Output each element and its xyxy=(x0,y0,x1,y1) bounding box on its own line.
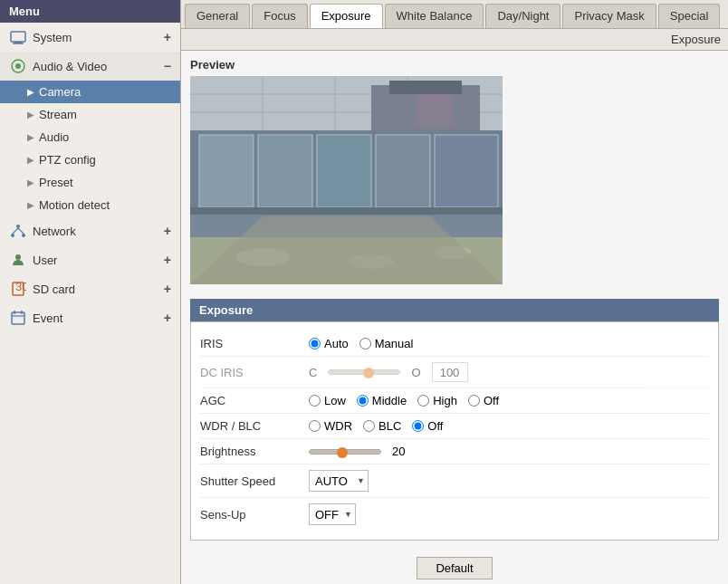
tab-privacy-mask[interactable]: Privacy Mask xyxy=(562,4,656,28)
svg-point-6 xyxy=(11,234,14,237)
brightness-track xyxy=(310,450,380,454)
tab-exposure[interactable]: Exposure xyxy=(310,4,383,28)
preview-label: Preview xyxy=(190,58,719,72)
agc-middle-option[interactable]: Middle xyxy=(357,394,407,407)
tab-general[interactable]: General xyxy=(185,4,250,28)
wdr-blc-controls: WDR BLC Off xyxy=(309,419,709,433)
agc-off-option[interactable]: Off xyxy=(468,394,499,407)
sens-up-select[interactable]: OFF 2X 4X 8X 16X xyxy=(309,503,356,525)
event-expand-icon: + xyxy=(164,311,171,325)
camera-arrow-icon: ▶ xyxy=(27,87,34,97)
sidebar-subitem-preset[interactable]: ▶ Preset xyxy=(0,171,180,194)
wdr-option[interactable]: WDR xyxy=(309,419,352,433)
dc-iris-controls: C O xyxy=(309,362,709,382)
system-expand-icon: + xyxy=(164,30,171,44)
agc-high-label: High xyxy=(433,394,457,407)
sidebar-item-av[interactable]: Audio & Video − xyxy=(0,52,180,81)
svg-rect-25 xyxy=(389,81,462,94)
sens-up-controls: OFF 2X 4X 8X 16X xyxy=(309,503,709,525)
blc-option[interactable]: BLC xyxy=(363,419,401,433)
tab-focus[interactable]: Focus xyxy=(252,4,307,28)
motion-arrow-icon: ▶ xyxy=(27,200,34,210)
iris-auto-option[interactable]: Auto xyxy=(309,337,349,350)
dc-iris-value[interactable] xyxy=(432,362,468,382)
sidebar-item-system[interactable]: System + xyxy=(0,23,180,52)
agc-label: AGC xyxy=(200,394,309,407)
sdcard-icon: 30 xyxy=(9,280,27,298)
wdr-radio[interactable] xyxy=(309,420,321,432)
tab-day-night[interactable]: Day/Night xyxy=(485,4,560,28)
sidebar-item-event-label: Event xyxy=(33,311,62,325)
sidebar-subitem-audio-label: Audio xyxy=(39,130,69,144)
button-row: Default xyxy=(181,548,728,584)
sidebar-subitem-camera[interactable]: ▶ Camera xyxy=(0,81,180,103)
sidebar-item-sdcard[interactable]: 30 SD card + xyxy=(0,274,180,303)
sidebar-subitem-stream[interactable]: ▶ Stream xyxy=(0,103,180,126)
stream-arrow-icon: ▶ xyxy=(27,110,34,120)
sidebar-item-network-label: Network xyxy=(33,225,76,238)
svg-text:30: 30 xyxy=(15,281,26,293)
tab-white-balance[interactable]: White Balance xyxy=(385,4,484,28)
shutter-speed-select-wrapper: AUTO 1/50 1/100 1/250 1/500 1/1000 xyxy=(309,470,369,492)
sidebar-header: Menu xyxy=(0,0,180,23)
iris-manual-option[interactable]: Manual xyxy=(359,337,414,350)
dc-iris-slider[interactable] xyxy=(328,369,400,375)
agc-low-label: Low xyxy=(324,394,346,407)
tab-special[interactable]: Special xyxy=(658,4,721,28)
brightness-thumb xyxy=(337,447,348,458)
shutter-speed-select[interactable]: AUTO 1/50 1/100 1/250 1/500 1/1000 xyxy=(309,470,369,492)
sidebar-subitem-motion[interactable]: ▶ Motion detect xyxy=(0,194,180,216)
brightness-controls: 20 xyxy=(309,445,709,458)
ptz-arrow-icon: ▶ xyxy=(27,155,34,165)
iris-controls: Auto Manual xyxy=(309,337,709,350)
iris-manual-radio[interactable] xyxy=(359,338,371,349)
agc-off-label: Off xyxy=(484,394,499,407)
sidebar-item-user-label: User xyxy=(33,254,57,267)
agc-low-radio[interactable] xyxy=(309,395,321,407)
dc-iris-slider-container xyxy=(328,369,400,375)
shutter-speed-controls: AUTO 1/50 1/100 1/250 1/500 1/1000 xyxy=(309,470,709,492)
agc-middle-radio[interactable] xyxy=(357,395,369,407)
agc-off-radio[interactable] xyxy=(468,395,480,407)
tab-bar: General Focus Exposure White Balance Day… xyxy=(181,0,728,29)
agc-high-radio[interactable] xyxy=(417,395,429,407)
wdr-blc-label: WDR / BLC xyxy=(200,419,309,433)
svg-point-7 xyxy=(22,234,25,237)
svg-rect-0 xyxy=(11,32,25,42)
svg-rect-28 xyxy=(199,135,254,207)
dc-iris-label: DC IRIS xyxy=(200,366,309,379)
wdr-off-label: Off xyxy=(427,419,443,433)
shutter-speed-row: Shutter Speed AUTO 1/50 1/100 1/250 1/50… xyxy=(200,464,709,498)
camera-preview xyxy=(190,76,503,284)
sidebar-subitem-ptz[interactable]: ▶ PTZ config xyxy=(0,148,180,171)
sidebar-item-event[interactable]: Event + xyxy=(0,303,180,332)
blc-label: BLC xyxy=(378,419,401,433)
sidebar-subitem-audio[interactable]: ▶ Audio xyxy=(0,126,180,148)
sidebar-subitem-ptz-label: PTZ config xyxy=(39,153,96,167)
sidebar-item-sdcard-label: SD card xyxy=(33,282,75,296)
svg-rect-30 xyxy=(317,135,371,207)
iris-auto-radio[interactable] xyxy=(309,338,321,349)
user-icon xyxy=(9,251,27,269)
iris-label: IRIS xyxy=(200,337,309,350)
brightness-label: Brightness xyxy=(200,445,309,458)
wdr-off-radio[interactable] xyxy=(412,420,424,432)
sens-up-label: Sens-Up xyxy=(200,508,309,522)
av-expand-icon: − xyxy=(164,59,171,73)
svg-rect-38 xyxy=(190,207,503,215)
wdr-label: WDR xyxy=(324,419,352,433)
blc-radio[interactable] xyxy=(363,420,375,432)
sidebar-item-network[interactable]: Network + xyxy=(0,216,180,245)
agc-high-option[interactable]: High xyxy=(417,394,457,407)
exposure-header: Exposure xyxy=(190,299,719,321)
wdr-off-option[interactable]: Off xyxy=(412,419,443,433)
svg-line-9 xyxy=(18,228,24,234)
content-area: General Focus Exposure White Balance Day… xyxy=(181,0,728,584)
svg-line-8 xyxy=(13,228,18,234)
sidebar-item-user[interactable]: User + xyxy=(0,245,180,274)
agc-low-option[interactable]: Low xyxy=(309,394,346,407)
brightness-slider[interactable] xyxy=(309,449,381,455)
default-button[interactable]: Default xyxy=(417,557,492,579)
exposure-body: IRIS Auto Manual xyxy=(190,321,719,541)
preview-section: Preview xyxy=(181,51,728,292)
